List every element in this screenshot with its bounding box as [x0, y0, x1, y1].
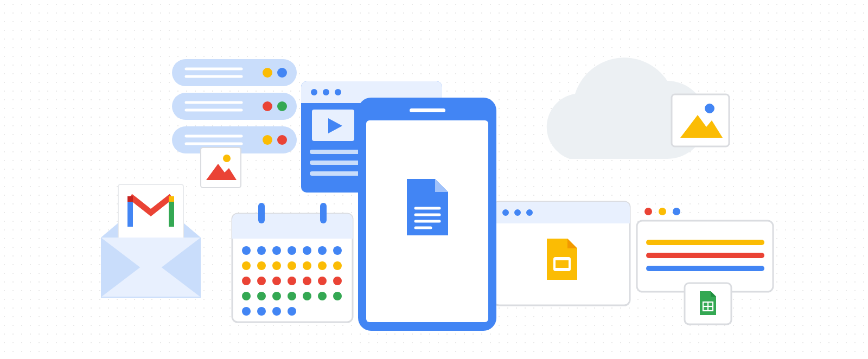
svg-rect-88 — [556, 260, 569, 268]
image-icon — [200, 146, 242, 189]
svg-point-48 — [288, 246, 296, 255]
svg-point-47 — [272, 246, 281, 255]
svg-point-71 — [318, 292, 327, 300]
google-docs-tablet-icon — [358, 98, 496, 331]
svg-point-63 — [303, 277, 311, 285]
svg-point-92 — [673, 208, 680, 215]
svg-point-46 — [257, 246, 266, 255]
svg-point-90 — [644, 208, 652, 215]
svg-rect-103 — [410, 108, 445, 112]
svg-point-52 — [242, 261, 251, 270]
svg-point-65 — [333, 277, 342, 285]
svg-rect-42 — [232, 232, 353, 239]
svg-point-76 — [288, 307, 296, 316]
gmail-icon — [97, 168, 205, 304]
svg-point-3 — [263, 68, 272, 78]
svg-point-80 — [502, 209, 509, 216]
svg-point-19 — [323, 89, 329, 95]
svg-point-91 — [659, 208, 666, 215]
svg-point-53 — [257, 261, 266, 270]
svg-point-58 — [333, 261, 342, 270]
svg-point-8 — [263, 101, 272, 111]
svg-point-60 — [257, 277, 266, 285]
svg-point-20 — [335, 89, 341, 95]
svg-point-18 — [311, 89, 317, 95]
svg-point-73 — [242, 307, 251, 316]
image-framed-icon — [671, 93, 730, 148]
window-dots-icon — [643, 206, 686, 217]
svg-point-62 — [288, 277, 296, 285]
calendar-icon — [230, 201, 355, 324]
server-stack-icon — [171, 57, 298, 155]
svg-point-27 — [705, 104, 714, 113]
svg-point-13 — [263, 135, 272, 145]
svg-point-75 — [272, 307, 281, 316]
google-sheets-card-icon — [684, 282, 732, 325]
svg-point-49 — [303, 246, 311, 255]
svg-point-45 — [242, 246, 251, 255]
svg-point-69 — [288, 292, 296, 300]
svg-point-67 — [257, 292, 266, 300]
svg-point-50 — [318, 246, 327, 255]
svg-point-57 — [318, 261, 327, 270]
svg-rect-79 — [494, 217, 630, 223]
svg-point-82 — [526, 209, 533, 216]
svg-point-72 — [333, 292, 342, 300]
svg-point-59 — [242, 277, 251, 285]
svg-point-61 — [272, 277, 281, 285]
svg-point-66 — [242, 292, 251, 300]
svg-point-9 — [277, 101, 287, 111]
svg-rect-44 — [320, 203, 327, 223]
svg-rect-43 — [258, 203, 265, 223]
svg-point-70 — [303, 292, 311, 300]
svg-point-56 — [303, 261, 311, 270]
svg-point-68 — [272, 292, 281, 300]
svg-point-64 — [318, 277, 327, 285]
svg-point-14 — [277, 135, 287, 145]
google-slides-browser-icon — [493, 201, 631, 306]
svg-point-74 — [257, 307, 266, 316]
svg-point-30 — [223, 155, 231, 162]
svg-point-55 — [288, 261, 296, 270]
svg-point-54 — [272, 261, 281, 270]
svg-point-51 — [333, 246, 342, 255]
svg-point-4 — [277, 68, 287, 78]
svg-point-81 — [514, 209, 521, 216]
